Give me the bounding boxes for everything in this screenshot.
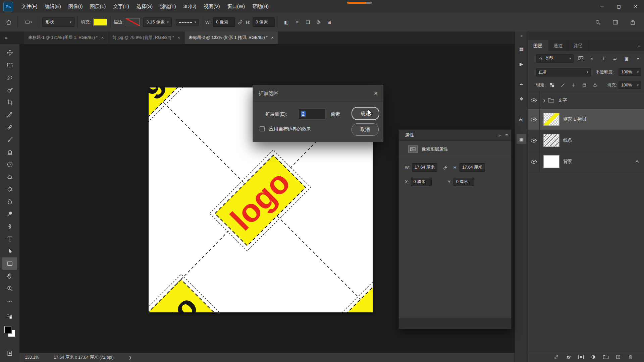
gradient-tool[interactable] xyxy=(2,183,17,195)
layer-name[interactable]: 背景 xyxy=(563,159,572,165)
eraser-tool[interactable] xyxy=(2,171,17,183)
adjustment-layer-button[interactable] xyxy=(589,353,598,361)
path-selection-tool[interactable] xyxy=(2,245,17,257)
layer-row-group[interactable]: ❯ 文字 xyxy=(528,92,644,109)
swatches-panel-icon[interactable]: ▦ xyxy=(517,44,526,54)
actions-panel-icon[interactable]: ▶ xyxy=(517,59,526,69)
document-tab-2[interactable]: 前.jpg @ 70.9% (背景, RGB/8#) * ✕ xyxy=(108,32,185,44)
path-arrangement-button[interactable]: ❏ xyxy=(303,17,313,27)
fill-dropdown[interactable]: 100% ▾ xyxy=(619,81,641,89)
layer-name[interactable]: 矩形 1 拷贝 xyxy=(563,116,586,122)
collapse-panel-icon[interactable]: » xyxy=(498,133,500,138)
visibility-toggle[interactable] xyxy=(528,92,540,109)
toolbar-collapse-toggle[interactable]: » xyxy=(0,32,12,44)
link-dimensions-icon[interactable] xyxy=(442,165,448,171)
tab-close-icon[interactable]: ✕ xyxy=(101,36,104,40)
shape-settings-button[interactable] xyxy=(313,17,324,27)
move-tool[interactable] xyxy=(2,47,17,59)
visibility-toggle[interactable] xyxy=(528,151,540,172)
stroke-color-swatch[interactable] xyxy=(126,18,140,26)
workspace-switcher-button[interactable] xyxy=(610,17,621,27)
filter-adjustment-layers-icon[interactable]: ◐ xyxy=(588,54,596,62)
zoom-level-field[interactable]: 133.1% xyxy=(25,355,40,360)
panel-menu-icon[interactable]: ≡ xyxy=(505,133,508,138)
path-operations-button[interactable]: ◧ xyxy=(281,17,292,27)
menu-edit[interactable]: 编辑(E) xyxy=(41,0,65,13)
tab-channels[interactable]: 通道 xyxy=(548,40,568,51)
spot-healing-brush-tool[interactable] xyxy=(2,121,17,133)
photoshop-app-icon[interactable]: Ps xyxy=(3,2,13,11)
eyedropper-tool[interactable] xyxy=(2,109,17,121)
cancel-button[interactable]: 取消 xyxy=(352,123,379,136)
height-field[interactable]: 17.64 厘米 xyxy=(460,163,485,172)
lock-artboard-icon[interactable] xyxy=(580,81,588,89)
panel-menu-icon[interactable]: ≡ xyxy=(638,40,641,51)
menu-window[interactable]: 窗口(W) xyxy=(224,0,249,13)
adjustments-panel-icon[interactable]: ✒ xyxy=(517,79,526,89)
lasso-tool[interactable] xyxy=(2,71,17,84)
y-field[interactable]: 0 厘米 xyxy=(453,178,474,186)
tab-layers[interactable]: 图层 xyxy=(528,40,548,51)
menu-image[interactable]: 图像(I) xyxy=(65,0,87,13)
menu-3d[interactable]: 3D(D) xyxy=(180,0,200,13)
search-button[interactable] xyxy=(592,17,603,27)
tab-close-icon[interactable]: ✕ xyxy=(177,36,180,40)
layer-styles-button[interactable]: fx xyxy=(564,353,573,361)
x-field[interactable]: 0 厘米 xyxy=(411,178,432,186)
layer-filter-type-dropdown[interactable]: 类型 ▾ xyxy=(536,54,574,63)
minimize-button[interactable]: ─ xyxy=(594,0,610,13)
document-tab-3-active[interactable]: 未标题-2 @ 133% (矩形 1 拷贝, RGB/8#) * ✕ xyxy=(184,32,278,44)
link-layers-button[interactable] xyxy=(551,353,561,361)
lock-position-icon[interactable] xyxy=(570,81,578,89)
fill-color-swatch[interactable] xyxy=(93,18,107,26)
tab-close-icon[interactable]: ✕ xyxy=(271,36,274,40)
link-dimensions-button[interactable] xyxy=(235,17,246,27)
brush-tool[interactable] xyxy=(2,133,17,146)
crop-tool[interactable] xyxy=(2,96,17,109)
lock-pixels-icon[interactable] xyxy=(559,81,567,89)
rectangular-marquee-tool[interactable] xyxy=(2,59,17,71)
properties-panel-header[interactable]: 属性 » ≡ xyxy=(399,130,511,141)
dialog-titlebar[interactable]: 扩展选区 ✕ xyxy=(253,85,383,102)
dialog-close-icon[interactable]: ✕ xyxy=(374,85,378,102)
history-brush-tool[interactable] xyxy=(2,158,17,171)
home-button[interactable] xyxy=(3,17,14,27)
layer-thumbnail[interactable] xyxy=(543,113,559,126)
document-tab-1[interactable]: 未标题-1 @ 121% (图层 1, RGB/8#) * ✕ xyxy=(24,32,108,44)
tool-preset-picker[interactable]: ▾ xyxy=(20,17,36,27)
filter-toggle-icon[interactable]: ● xyxy=(634,54,642,62)
styles-panel-icon[interactable]: ❖ xyxy=(517,94,526,104)
filter-shape-layers-icon[interactable]: ▱ xyxy=(611,54,619,62)
blur-tool[interactable] xyxy=(2,195,17,208)
filter-type-layers-icon[interactable]: T xyxy=(600,54,608,62)
layer-thumbnail[interactable] xyxy=(543,155,559,168)
properties-tab[interactable]: 属性 xyxy=(403,132,419,138)
default-swap-colors-button[interactable] xyxy=(0,314,19,319)
character-panel-icon[interactable]: A| xyxy=(517,114,526,124)
canvas-bounds-checkbox[interactable] xyxy=(260,126,265,131)
layer-name[interactable]: 线条 xyxy=(563,137,572,143)
layer-row-selected[interactable]: 矩形 1 拷贝 xyxy=(528,109,644,130)
menu-help[interactable]: 帮助(H) xyxy=(249,0,272,13)
menu-file[interactable]: 文件(F) xyxy=(18,0,41,13)
hand-tool[interactable] xyxy=(2,270,17,282)
add-mask-button[interactable] xyxy=(576,353,586,361)
menu-select[interactable]: 选择(S) xyxy=(133,0,156,13)
tool-mode-dropdown[interactable]: 形状 ▾ xyxy=(42,17,74,27)
menu-filter[interactable]: 滤镜(T) xyxy=(156,0,180,13)
menu-type[interactable]: 文字(T) xyxy=(109,0,133,13)
menu-layer[interactable]: 图层(L) xyxy=(87,0,110,13)
close-button[interactable]: ✕ xyxy=(627,0,644,13)
expand-amount-input[interactable]: 2 xyxy=(299,109,325,119)
layer-row[interactable]: 线条 xyxy=(528,130,644,151)
pen-tool[interactable] xyxy=(2,220,17,233)
new-layer-button[interactable] xyxy=(613,353,623,361)
share-button[interactable] xyxy=(627,17,638,27)
layer-row-background[interactable]: 背景 xyxy=(528,151,644,172)
blend-mode-dropdown[interactable]: 正常 ▾ xyxy=(536,68,591,76)
foreground-color-swatch[interactable] xyxy=(4,326,11,333)
lock-all-icon[interactable] xyxy=(591,81,599,89)
layer-name[interactable]: 文字 xyxy=(558,97,567,103)
menu-view[interactable]: 视图(V) xyxy=(200,0,223,13)
snap-edges-button[interactable]: ⊞ xyxy=(324,17,335,27)
